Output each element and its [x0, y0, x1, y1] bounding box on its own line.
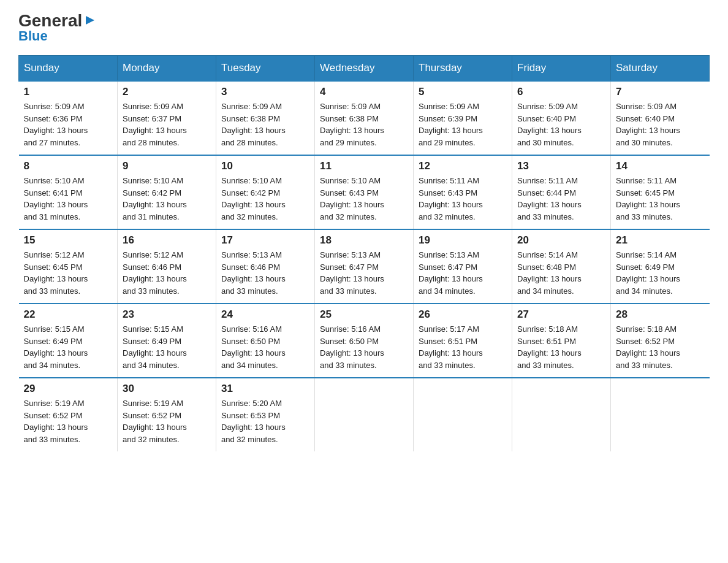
- logo-blue: Blue: [18, 28, 48, 44]
- day-info: Sunrise: 5:09 AMSunset: 6:36 PMDaylight:…: [24, 101, 113, 148]
- calendar-day-cell: 6Sunrise: 5:09 AMSunset: 6:40 PMDaylight…: [512, 81, 611, 155]
- day-info: Sunrise: 5:12 AMSunset: 6:45 PMDaylight:…: [24, 249, 113, 297]
- calendar-day-cell: [414, 378, 512, 451]
- day-number: 16: [123, 234, 211, 247]
- day-number: 17: [221, 234, 309, 247]
- day-number: 23: [123, 308, 211, 321]
- day-info: Sunrise: 5:11 AMSunset: 6:45 PMDaylight:…: [616, 175, 705, 223]
- day-info: Sunrise: 5:20 AMSunset: 6:53 PMDaylight:…: [221, 397, 309, 445]
- calendar-day-cell: [315, 378, 414, 451]
- logo-arrow-icon: [83, 13, 97, 27]
- day-info: Sunrise: 5:10 AMSunset: 6:42 PMDaylight:…: [123, 175, 211, 223]
- calendar-day-cell: 15Sunrise: 5:12 AMSunset: 6:45 PMDayligh…: [19, 229, 118, 304]
- day-number: 13: [517, 160, 605, 172]
- calendar-day-cell: 9Sunrise: 5:10 AMSunset: 6:42 PMDaylight…: [118, 155, 216, 229]
- calendar-day-cell: 14Sunrise: 5:11 AMSunset: 6:45 PMDayligh…: [611, 155, 710, 229]
- calendar-day-cell: 23Sunrise: 5:15 AMSunset: 6:49 PMDayligh…: [118, 304, 216, 378]
- day-number: 9: [123, 160, 211, 172]
- day-info: Sunrise: 5:09 AMSunset: 6:37 PMDaylight:…: [123, 101, 211, 148]
- calendar-day-cell: 2Sunrise: 5:09 AMSunset: 6:37 PMDaylight…: [118, 81, 216, 155]
- calendar-day-cell: 16Sunrise: 5:12 AMSunset: 6:46 PMDayligh…: [118, 229, 216, 304]
- calendar-day-cell: 13Sunrise: 5:11 AMSunset: 6:44 PMDayligh…: [512, 155, 611, 229]
- day-info: Sunrise: 5:11 AMSunset: 6:44 PMDaylight:…: [517, 175, 605, 223]
- day-info: Sunrise: 5:12 AMSunset: 6:46 PMDaylight:…: [123, 249, 211, 297]
- calendar-day-cell: 18Sunrise: 5:13 AMSunset: 6:47 PMDayligh…: [315, 229, 414, 304]
- day-number: 5: [419, 86, 507, 98]
- day-info: Sunrise: 5:13 AMSunset: 6:47 PMDaylight:…: [320, 249, 408, 297]
- day-number: 7: [616, 86, 705, 98]
- day-info: Sunrise: 5:09 AMSunset: 6:39 PMDaylight:…: [419, 101, 507, 148]
- weekday-header-monday: Monday: [118, 56, 216, 82]
- calendar-day-cell: 7Sunrise: 5:09 AMSunset: 6:40 PMDaylight…: [611, 81, 710, 155]
- calendar-day-cell: [611, 378, 710, 451]
- day-info: Sunrise: 5:16 AMSunset: 6:50 PMDaylight:…: [221, 323, 309, 371]
- calendar-week-row: 8Sunrise: 5:10 AMSunset: 6:41 PMDaylight…: [19, 155, 710, 229]
- day-info: Sunrise: 5:13 AMSunset: 6:47 PMDaylight:…: [419, 249, 507, 297]
- day-info: Sunrise: 5:10 AMSunset: 6:41 PMDaylight:…: [24, 175, 113, 223]
- day-info: Sunrise: 5:09 AMSunset: 6:40 PMDaylight:…: [517, 101, 605, 148]
- day-info: Sunrise: 5:15 AMSunset: 6:49 PMDaylight:…: [123, 323, 211, 371]
- weekday-header-sunday: Sunday: [19, 56, 118, 82]
- day-number: 26: [419, 308, 507, 321]
- day-number: 21: [616, 234, 705, 247]
- day-info: Sunrise: 5:14 AMSunset: 6:48 PMDaylight:…: [517, 249, 605, 297]
- calendar-week-row: 1Sunrise: 5:09 AMSunset: 6:36 PMDaylight…: [19, 81, 710, 155]
- day-info: Sunrise: 5:13 AMSunset: 6:46 PMDaylight:…: [221, 249, 309, 297]
- calendar-day-cell: 1Sunrise: 5:09 AMSunset: 6:36 PMDaylight…: [19, 81, 118, 155]
- calendar-table: SundayMondayTuesdayWednesdayThursdayFrid…: [18, 55, 710, 451]
- calendar-day-cell: 20Sunrise: 5:14 AMSunset: 6:48 PMDayligh…: [512, 229, 611, 304]
- calendar-day-cell: 21Sunrise: 5:14 AMSunset: 6:49 PMDayligh…: [611, 229, 710, 304]
- day-number: 30: [123, 383, 211, 395]
- logo-general: General: [18, 12, 82, 29]
- day-number: 2: [123, 86, 211, 98]
- day-number: 18: [320, 234, 408, 247]
- day-number: 22: [24, 308, 113, 321]
- day-number: 19: [419, 234, 507, 247]
- page-header: General Blue: [18, 12, 710, 44]
- day-info: Sunrise: 5:10 AMSunset: 6:43 PMDaylight:…: [320, 175, 408, 223]
- calendar-day-cell: 10Sunrise: 5:10 AMSunset: 6:42 PMDayligh…: [216, 155, 315, 229]
- calendar-day-cell: 17Sunrise: 5:13 AMSunset: 6:46 PMDayligh…: [216, 229, 315, 304]
- calendar-day-cell: 3Sunrise: 5:09 AMSunset: 6:38 PMDaylight…: [216, 81, 315, 155]
- calendar-body: 1Sunrise: 5:09 AMSunset: 6:36 PMDaylight…: [19, 81, 710, 451]
- calendar-day-cell: 31Sunrise: 5:20 AMSunset: 6:53 PMDayligh…: [216, 378, 315, 451]
- day-number: 27: [517, 308, 605, 321]
- day-info: Sunrise: 5:18 AMSunset: 6:51 PMDaylight:…: [517, 323, 605, 371]
- day-info: Sunrise: 5:16 AMSunset: 6:50 PMDaylight:…: [320, 323, 408, 371]
- day-number: 15: [24, 234, 113, 247]
- day-info: Sunrise: 5:11 AMSunset: 6:43 PMDaylight:…: [419, 175, 507, 223]
- calendar-day-cell: 4Sunrise: 5:09 AMSunset: 6:38 PMDaylight…: [315, 81, 414, 155]
- day-number: 3: [221, 86, 309, 98]
- calendar-week-row: 15Sunrise: 5:12 AMSunset: 6:45 PMDayligh…: [19, 229, 710, 304]
- day-number: 14: [616, 160, 705, 172]
- day-number: 12: [419, 160, 507, 172]
- calendar-day-cell: 27Sunrise: 5:18 AMSunset: 6:51 PMDayligh…: [512, 304, 611, 378]
- day-info: Sunrise: 5:14 AMSunset: 6:49 PMDaylight:…: [616, 249, 705, 297]
- day-number: 25: [320, 308, 408, 321]
- calendar-day-cell: 12Sunrise: 5:11 AMSunset: 6:43 PMDayligh…: [414, 155, 512, 229]
- weekday-header-tuesday: Tuesday: [216, 56, 315, 82]
- calendar-week-row: 29Sunrise: 5:19 AMSunset: 6:52 PMDayligh…: [19, 378, 710, 451]
- day-info: Sunrise: 5:10 AMSunset: 6:42 PMDaylight:…: [221, 175, 309, 223]
- day-number: 29: [24, 383, 113, 395]
- calendar-day-cell: 29Sunrise: 5:19 AMSunset: 6:52 PMDayligh…: [19, 378, 118, 451]
- calendar-day-cell: 8Sunrise: 5:10 AMSunset: 6:41 PMDaylight…: [19, 155, 118, 229]
- svg-marker-0: [86, 16, 94, 25]
- day-info: Sunrise: 5:15 AMSunset: 6:49 PMDaylight:…: [24, 323, 113, 371]
- calendar-day-cell: 30Sunrise: 5:19 AMSunset: 6:52 PMDayligh…: [118, 378, 216, 451]
- weekday-header-thursday: Thursday: [414, 56, 512, 82]
- calendar-day-cell: 19Sunrise: 5:13 AMSunset: 6:47 PMDayligh…: [414, 229, 512, 304]
- day-info: Sunrise: 5:09 AMSunset: 6:40 PMDaylight:…: [616, 101, 705, 148]
- day-number: 24: [221, 308, 309, 321]
- calendar-day-cell: 28Sunrise: 5:18 AMSunset: 6:52 PMDayligh…: [611, 304, 710, 378]
- day-number: 28: [616, 308, 705, 321]
- calendar-day-cell: 11Sunrise: 5:10 AMSunset: 6:43 PMDayligh…: [315, 155, 414, 229]
- day-info: Sunrise: 5:09 AMSunset: 6:38 PMDaylight:…: [221, 101, 309, 148]
- logo: General Blue: [18, 12, 97, 44]
- weekday-header-wednesday: Wednesday: [315, 56, 414, 82]
- calendar-day-cell: 26Sunrise: 5:17 AMSunset: 6:51 PMDayligh…: [414, 304, 512, 378]
- day-info: Sunrise: 5:19 AMSunset: 6:52 PMDaylight:…: [123, 397, 211, 445]
- calendar-day-cell: 24Sunrise: 5:16 AMSunset: 6:50 PMDayligh…: [216, 304, 315, 378]
- calendar-day-cell: 22Sunrise: 5:15 AMSunset: 6:49 PMDayligh…: [19, 304, 118, 378]
- day-number: 10: [221, 160, 309, 172]
